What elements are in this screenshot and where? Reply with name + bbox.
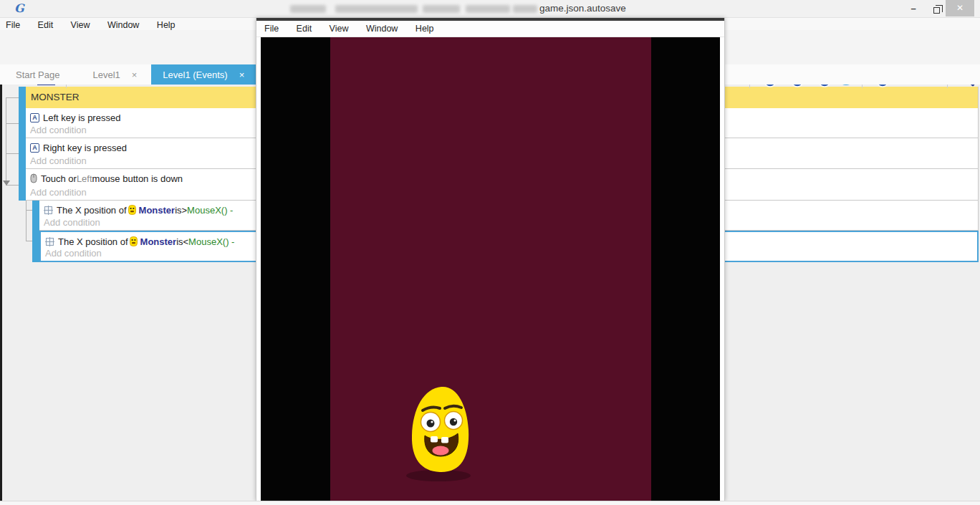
condition-text: Touch or: [41, 173, 77, 184]
preview-menu-view[interactable]: View: [322, 21, 356, 37]
tab-label: Level1: [92, 69, 120, 80]
monster-object-icon: [128, 205, 136, 215]
event-drag-bar[interactable]: [19, 87, 26, 108]
object-name: Monster: [139, 205, 176, 216]
monster-object-icon: [130, 236, 138, 246]
tab-label: Start Page: [16, 69, 59, 80]
preview-menu-edit[interactable]: Edit: [289, 21, 320, 37]
add-condition-link[interactable]: Add condition: [30, 125, 87, 135]
restore-button[interactable]: [927, 0, 946, 16]
tab-level1[interactable]: Level1 ×: [82, 64, 147, 85]
tab-start-page[interactable]: Start Page: [6, 64, 69, 85]
game-play-area: [330, 37, 651, 501]
position-icon: [45, 237, 54, 246]
keyboard-key-icon: A: [30, 113, 39, 122]
condition-param: Left: [77, 173, 92, 184]
redacted-text-blur: [290, 5, 326, 13]
position-icon: [44, 206, 53, 215]
bottom-scroll-strip[interactable]: [0, 501, 980, 505]
event-drag-bar[interactable]: [19, 169, 26, 201]
monster-sprite: [404, 384, 476, 487]
preview-menu-window[interactable]: Window: [359, 21, 405, 37]
condition-text: Right key is pressed: [43, 143, 127, 153]
tab-close-icon[interactable]: ×: [239, 69, 245, 80]
operator-text: <: [183, 236, 189, 247]
condition-text: The X position of: [57, 205, 127, 216]
game-canvas[interactable]: [261, 37, 720, 501]
mouse-icon: [30, 173, 37, 183]
operator-text: >: [182, 205, 188, 216]
close-button[interactable]: ✕: [946, 0, 974, 16]
tab-level1-events[interactable]: Level1 (Events) ×: [151, 64, 256, 85]
minimize-button[interactable]: –: [901, 0, 926, 16]
add-condition-link[interactable]: Add condition: [45, 248, 102, 259]
preview-menu-help[interactable]: Help: [408, 21, 441, 37]
object-name: Monster: [140, 236, 177, 247]
condition-text: The X position of: [58, 236, 128, 247]
event-drag-bar[interactable]: [32, 201, 39, 231]
gdevelop-logo-icon: G: [14, 1, 29, 16]
preview-menu-file[interactable]: File: [256, 21, 286, 37]
window-title: game.json.autosave: [539, 3, 626, 14]
redacted-text-blur: [335, 5, 418, 13]
add-condition-link[interactable]: Add condition: [30, 187, 87, 198]
event-drag-bar[interactable]: [19, 138, 26, 169]
event-drag-bar[interactable]: [32, 231, 39, 262]
event-drag-bar[interactable]: [19, 108, 26, 138]
condition-text: is: [176, 236, 183, 247]
preview-menubar: File Edit View Window Help: [256, 21, 724, 37]
redacted-text-blur: [466, 5, 510, 13]
add-condition-link[interactable]: Add condition: [44, 217, 100, 228]
redacted-text-blur: [513, 5, 537, 13]
restore-icon: [933, 7, 940, 14]
condition-text: mouse button is down: [92, 173, 183, 184]
expression-text: MouseX() -: [187, 205, 233, 216]
add-condition-link[interactable]: Add condition: [30, 155, 87, 166]
preview-window: File Edit View Window Help: [256, 18, 725, 501]
expression-text: MouseX() -: [188, 236, 234, 247]
keyboard-key-icon: A: [30, 143, 39, 153]
condition-text: is: [175, 205, 181, 216]
tab-label: Level1 (Events): [163, 69, 227, 80]
condition-text: Left key is pressed: [43, 112, 120, 123]
redacted-text-blur: [423, 5, 460, 13]
tab-close-icon[interactable]: ×: [132, 69, 138, 80]
titlebar: G game.json.autosave – ✕: [0, 0, 980, 18]
